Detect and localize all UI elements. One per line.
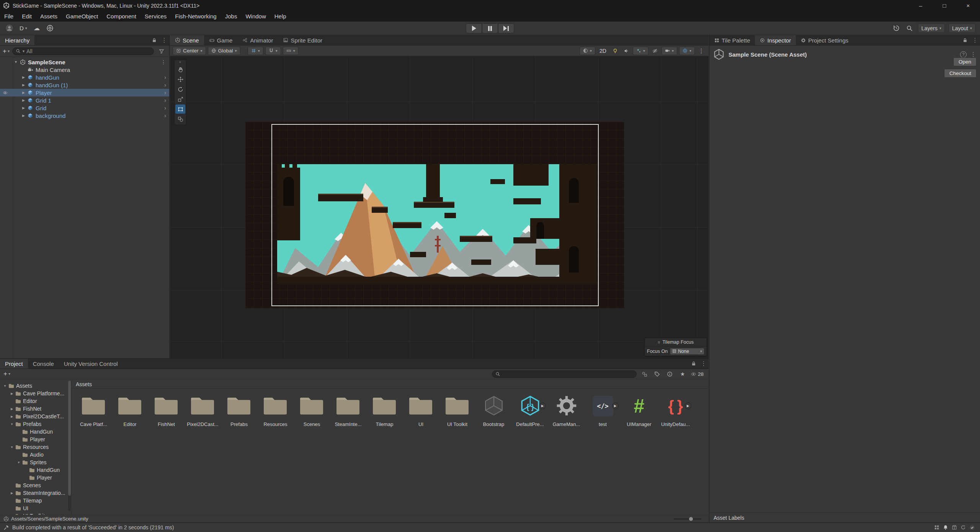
status-message[interactable]: Build completed with a result of 'Succee… [12, 524, 174, 530]
lock-icon[interactable] [149, 35, 159, 45]
project-tree-item[interactable]: Player [0, 474, 71, 481]
expander-closed-icon[interactable]: ▶ [20, 106, 27, 110]
snap-increment-dropdown[interactable]: ▾ [283, 47, 299, 55]
create-object-button[interactable]: +▾ [3, 47, 10, 55]
asset-file-scene[interactable]: Bootstrap [475, 392, 512, 427]
menu-file[interactable]: File [0, 11, 18, 21]
project-tree-item[interactable]: Tilemap [0, 497, 71, 504]
focus-on-dropdown[interactable]: None ▾ [670, 348, 704, 355]
scene-canvas[interactable]: ≡ [170, 56, 709, 358]
asset-folder[interactable]: SteamInte... [330, 392, 366, 427]
play-button[interactable] [466, 23, 482, 33]
cloud-button[interactable]: ☁ [31, 24, 42, 33]
project-tree-item[interactable]: Editor [0, 397, 71, 405]
asset-file-script[interactable]: </> ▶ test [585, 392, 621, 427]
hierarchy-item-main-camera[interactable]: Main Camera [0, 66, 169, 73]
info-icon[interactable] [665, 371, 675, 377]
asset-folder[interactable]: Editor [112, 392, 148, 427]
rotate-tool-button[interactable] [175, 85, 185, 94]
asset-folder[interactable]: Scenes [294, 392, 330, 427]
asset-folder[interactable]: Pixel2DCast... [185, 392, 221, 427]
2d-toggle-button[interactable]: 2D [597, 46, 609, 55]
effects-dropdown[interactable]: ▾ [633, 47, 648, 55]
notifications-bell-icon[interactable] [943, 525, 948, 530]
tab-game[interactable]: Game [204, 35, 238, 45]
tab-tile-palette[interactable]: Tile Palette [709, 35, 755, 45]
project-tree-item[interactable]: HandGun [0, 428, 71, 436]
prefab-open-chevron-icon[interactable]: › [164, 74, 166, 80]
hierarchy-item-grid-1[interactable]: ▶ Grid 1 › [0, 96, 169, 104]
panel-menu-icon[interactable]: ⋮ [159, 35, 169, 45]
scene-menu-icon[interactable]: ⋮ [161, 59, 166, 65]
services-button[interactable] [44, 24, 56, 33]
menu-window[interactable]: Window [241, 11, 270, 21]
open-button[interactable]: Open [953, 57, 977, 66]
close-button[interactable]: × [956, 0, 980, 11]
layout-dropdown[interactable]: Layout▾ [949, 23, 975, 33]
scrollbar[interactable] [68, 381, 71, 511]
inspector-menu-icon[interactable]: ⋮ [970, 51, 976, 58]
prefab-open-chevron-icon[interactable]: › [164, 90, 166, 96]
expander-closed-icon[interactable]: ▶ [9, 392, 15, 395]
account-button[interactable] [3, 24, 15, 33]
project-tree-item[interactable]: Scenes [0, 481, 71, 489]
hidden-packages-toggle[interactable]: 28 [691, 371, 704, 377]
tab-unity-version-control[interactable]: Unity Version Control [59, 359, 123, 369]
project-tree-item[interactable]: ▼ Resources [0, 443, 71, 451]
lock-icon[interactable] [960, 35, 970, 45]
project-tree-item[interactable]: HandGun [0, 466, 71, 474]
slider-thumb[interactable] [689, 517, 693, 521]
hierarchy-item-player[interactable]: ▶ Player › [0, 89, 169, 96]
project-tree-item[interactable]: ▼ UI Toolkit [0, 512, 71, 515]
hierarchy-item-handgun-1[interactable]: ▶ handGun (1) › [0, 81, 169, 89]
asset-folder[interactable]: Tilemap [366, 392, 403, 427]
gizmos-dropdown[interactable]: ▾ [679, 47, 695, 55]
assets-breadcrumb[interactable]: Assets [72, 380, 709, 389]
prefab-open-chevron-icon[interactable]: › [164, 105, 166, 111]
expand-asset-icon[interactable]: ▶ [612, 403, 619, 409]
visibility-eye-icon[interactable] [3, 90, 8, 95]
hierarchy-search-input[interactable]: ▾ All [12, 47, 154, 55]
menu-jobs[interactable]: Jobs [221, 11, 242, 21]
tab-project-settings[interactable]: Project Settings [796, 35, 853, 45]
expander-closed-icon[interactable]: ▶ [20, 91, 27, 95]
expander-closed-icon[interactable]: ▶ [20, 98, 27, 102]
drag-handle-icon[interactable]: ≡ [658, 340, 660, 344]
pause-button[interactable] [482, 23, 498, 33]
minimize-button[interactable]: – [909, 0, 933, 11]
project-search-input[interactable] [492, 370, 637, 378]
snap-toggle-dropdown[interactable]: ▾ [265, 47, 281, 55]
expand-asset-icon[interactable]: ▶ [685, 403, 691, 409]
expander-closed-icon[interactable]: ▶ [20, 75, 27, 79]
search-by-type-icon[interactable] [640, 371, 649, 377]
menu-component[interactable]: Component [102, 11, 140, 21]
asset-labels-section[interactable]: Asset Labels [709, 512, 980, 522]
menu-help[interactable]: Help [270, 11, 291, 21]
hierarchy-item-grid[interactable]: ▶ Grid › [0, 104, 169, 112]
account-dropdown[interactable]: D▾ [18, 24, 29, 33]
project-tree-item[interactable]: UI [0, 504, 71, 512]
drag-handle-icon[interactable]: ≡ [179, 60, 181, 64]
lighting-toggle-icon[interactable] [611, 47, 620, 55]
asset-folder[interactable]: FishNet [148, 392, 185, 427]
icon-size-slider[interactable] [674, 517, 701, 521]
expander-closed-icon[interactable]: ▶ [9, 415, 15, 418]
lock-icon[interactable] [689, 359, 699, 369]
layers-dropdown[interactable]: Layers▾ [918, 23, 945, 33]
draw-mode-dropdown[interactable]: ▾ [580, 47, 595, 55]
move-tool-button[interactable] [175, 75, 185, 84]
checkout-button[interactable]: Checkout [944, 69, 977, 78]
asset-file-gamemanager[interactable]: GameMan... [548, 392, 585, 427]
panel-menu-icon[interactable]: ⋮ [699, 359, 709, 369]
panel-menu-icon[interactable]: ⋮ [970, 35, 980, 45]
asset-folder[interactable]: Prefabs [221, 392, 257, 427]
prefab-open-chevron-icon[interactable]: › [164, 97, 166, 103]
scrollbar-thumb[interactable] [68, 381, 71, 496]
tab-inspector[interactable]: Inspector [755, 35, 796, 45]
view-tool-button[interactable] [175, 65, 185, 74]
refresh-spinner-icon[interactable] [960, 525, 966, 530]
project-tree-item[interactable]: ▶ Pixel2DCastleT... [0, 413, 71, 420]
expander-closed-icon[interactable]: ▶ [9, 407, 15, 411]
hierarchy-item-samplescene[interactable]: ▼ SampleScene ⋮ [0, 58, 169, 66]
asset-file-uimanager[interactable]: # UIManager [621, 392, 657, 427]
